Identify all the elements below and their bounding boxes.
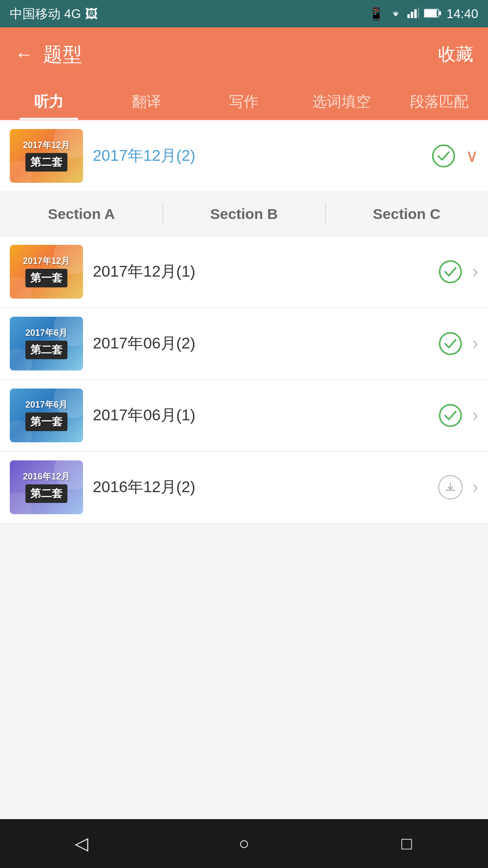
item-title-4: 2017年06月(1) (93, 405, 438, 426)
status-bar: 中国移动 4G 🖼 📱 14:40 (0, 0, 488, 27)
phone-icon: 📱 (368, 6, 384, 22)
header: ← 题型 收藏 (0, 27, 488, 81)
thumbnail-item5: 2016年12月 第二套 (10, 460, 83, 514)
nav-home-button[interactable]: ○ (230, 829, 259, 858)
thumbnail-item2: 2017年12月 第一套 (10, 245, 83, 299)
svg-rect-1 (411, 12, 413, 18)
page-title: 题型 (43, 41, 438, 68)
svg-point-7 (433, 145, 454, 167)
carrier-text: 中国移动 4G (10, 5, 81, 22)
arrow-right-icon[interactable]: › (472, 405, 478, 426)
content-area: 2017年12月 第二套 2017年12月(2) ∨ Section A Sec… (0, 120, 488, 523)
section-tab-c[interactable]: Section C (325, 192, 488, 236)
tab-translate[interactable]: 翻译 (98, 92, 195, 120)
section-tabs: Section A Section B Section C (0, 192, 488, 236)
favorite-button[interactable]: 收藏 (438, 43, 473, 66)
arrow-right-icon[interactable]: › (472, 261, 478, 282)
section-tab-a[interactable]: Section A (0, 192, 163, 236)
thumb-year-5: 2016年12月 (23, 472, 70, 482)
signal-icon (407, 6, 419, 22)
tab-write[interactable]: 写作 (195, 92, 293, 120)
item-actions-5: › (438, 475, 478, 499)
battery-icon (424, 6, 442, 22)
check-icon-3 (438, 331, 463, 356)
section-tab-b[interactable]: Section B (163, 192, 325, 236)
thumb-year-1: 2017年12月 (23, 140, 70, 151)
thumb-set-1: 第二套 (25, 153, 67, 172)
thumb-year-3: 2017年6月 (25, 328, 67, 339)
svg-rect-0 (407, 14, 410, 18)
svg-rect-5 (424, 10, 437, 17)
svg-point-10 (440, 405, 461, 426)
svg-rect-2 (414, 9, 417, 18)
item-title-3: 2017年06月(2) (93, 333, 438, 354)
thumb-set-3: 第二套 (25, 341, 67, 359)
back-button[interactable]: ← (15, 44, 33, 65)
svg-rect-6 (439, 11, 441, 15)
tab-match[interactable]: 段落匹配 (390, 92, 488, 120)
check-icon-2 (438, 260, 463, 284)
thumbnail-item1: 2017年12月 第二套 (10, 129, 83, 183)
thumb-set-2: 第一套 (25, 269, 67, 287)
item-title-2: 2017年12月(1) (93, 261, 438, 282)
list-item[interactable]: 2017年6月 第一套 2017年06月(1) › (0, 380, 488, 452)
bottom-nav: ◁ ○ □ (0, 819, 488, 868)
time-text: 14:40 (446, 6, 478, 22)
thumb-set-5: 第二套 (25, 484, 67, 503)
item-actions-1: ∨ (431, 144, 478, 168)
list-item[interactable]: 2017年6月 第二套 2017年06月(2) › (0, 308, 488, 380)
tab-fill[interactable]: 选词填空 (293, 92, 390, 120)
status-right: 📱 14:40 (368, 6, 478, 22)
chevron-down-icon[interactable]: ∨ (466, 146, 478, 166)
item-actions-3: › (438, 331, 478, 356)
arrow-right-icon[interactable]: › (472, 477, 478, 498)
thumbnail-item4: 2017年6月 第一套 (10, 389, 83, 442)
tab-listen[interactable]: 听力 (0, 92, 98, 120)
thumbnail-item3: 2017年6月 第二套 (10, 317, 83, 370)
item-title-1: 2017年12月(2) (93, 145, 431, 167)
check-icon-1 (431, 144, 456, 168)
nav-recent-button[interactable]: □ (392, 829, 422, 858)
check-icon-4 (438, 403, 463, 428)
list-item[interactable]: 2017年12月 第一套 2017年12月(1) › (0, 236, 488, 308)
svg-point-9 (440, 333, 461, 354)
item-actions-4: › (438, 403, 478, 428)
item-title-5: 2016年12月(2) (93, 477, 438, 498)
wifi-icon (389, 6, 403, 22)
tab-bar: 听力 翻译 写作 选词填空 段落匹配 (0, 81, 488, 120)
nav-back-button[interactable]: ◁ (67, 829, 96, 858)
thumb-year-2: 2017年12月 (23, 256, 70, 267)
download-icon[interactable] (438, 475, 463, 499)
thumb-year-4: 2017年6月 (25, 400, 67, 411)
arrow-right-icon[interactable]: › (472, 333, 478, 354)
svg-rect-3 (418, 7, 419, 18)
thumb-set-4: 第一套 (25, 412, 67, 431)
item-actions-2: › (438, 260, 478, 284)
svg-point-8 (440, 261, 461, 282)
list-item[interactable]: 2017年12月 第二套 2017年12月(2) ∨ (0, 120, 488, 192)
list-item[interactable]: 2016年12月 第二套 2016年12月(2) › (0, 452, 488, 523)
image-icon: 🖼 (85, 6, 98, 22)
status-left: 中国移动 4G 🖼 (10, 5, 98, 22)
